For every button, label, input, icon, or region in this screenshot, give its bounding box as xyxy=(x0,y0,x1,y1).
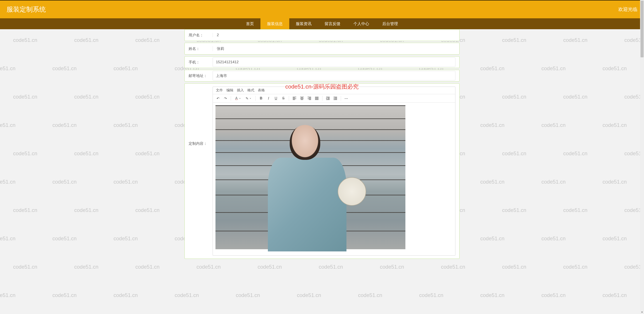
watermark-text: code51.cn xyxy=(542,236,566,242)
menu-table[interactable]: 表格 xyxy=(258,88,265,93)
align-left-icon[interactable] xyxy=(292,95,297,101)
nav-label: 服装资讯 xyxy=(296,21,312,26)
more-icon[interactable]: ⋯ xyxy=(344,95,349,101)
watermark-text: code51.cn xyxy=(13,94,37,100)
menu-file[interactable]: 文件 xyxy=(216,88,223,93)
watermark-text: code51.cn xyxy=(480,122,504,128)
watermark-text: code51.cn xyxy=(502,207,526,213)
label-address: 邮寄地址： xyxy=(188,73,213,78)
toolbar-sep xyxy=(256,96,256,101)
watermark-text: code51.cn xyxy=(135,94,160,100)
watermark-text: code51.cn xyxy=(114,122,138,128)
watermark-text: code51.cn xyxy=(0,179,16,185)
value-username[interactable]: 2 xyxy=(213,33,456,37)
redo-icon[interactable]: ↷ xyxy=(222,95,228,101)
nav-admin[interactable]: 后台管理 xyxy=(376,18,404,29)
menu-insert[interactable]: 插入 xyxy=(237,88,244,93)
image-fan xyxy=(338,177,366,206)
watermark-text: code51.cn xyxy=(236,292,260,298)
menu-format[interactable]: 格式 xyxy=(247,88,254,93)
editor-body[interactable] xyxy=(213,103,455,255)
watermark-text: code51.cn xyxy=(114,179,138,185)
watermark-text: code51.cn xyxy=(602,122,627,128)
watermark-text: code51.cn xyxy=(135,37,160,43)
watermark-text: code51.cn xyxy=(380,264,404,270)
nav-label: 后台管理 xyxy=(382,21,398,26)
nav-bar: 首页 服装信息 服装资讯 留言反馈 个人中心 后台管理 xyxy=(0,18,644,29)
watermark-text: code51.cn xyxy=(602,292,627,298)
watermark-text: code51.cn xyxy=(0,236,16,242)
rich-text-editor: 文件 编辑 插入 格式 表格 ↶ ↷ A ✎ B I U S xyxy=(213,87,456,256)
highlight-icon[interactable]: ✎ xyxy=(244,95,250,101)
align-justify-icon[interactable] xyxy=(314,95,320,101)
nav-profile[interactable]: 个人中心 xyxy=(347,18,376,29)
content-image xyxy=(216,105,406,249)
watermark-text: code51.cn xyxy=(563,264,588,270)
label-content: 定制内容： xyxy=(188,87,213,146)
italic-icon[interactable]: I xyxy=(266,95,271,101)
nav-label: 服装信息 xyxy=(267,21,283,26)
watermark-text: code51.cn xyxy=(358,292,382,298)
watermark-text: code51.cn xyxy=(563,94,588,100)
scroll-thumb[interactable] xyxy=(640,1,644,57)
nav-label: 首页 xyxy=(246,21,254,26)
menu-edit[interactable]: 编辑 xyxy=(226,88,233,93)
watermark-text: code51.cn xyxy=(542,179,566,185)
row-username: 用户名： 2 xyxy=(184,29,460,41)
toolbar-sep xyxy=(289,96,289,101)
input-address[interactable] xyxy=(213,71,456,80)
watermark-text: code51.cn xyxy=(480,292,504,298)
watermark-text: code51.cn xyxy=(135,150,160,157)
watermark-text: code51.cn xyxy=(480,65,504,71)
value-name[interactable]: 张莉 xyxy=(213,46,456,51)
watermark-text: code51.cn xyxy=(74,150,98,157)
undo-icon[interactable]: ↶ xyxy=(215,95,221,101)
watermark-text: code51.cn xyxy=(0,292,16,298)
outdent-icon[interactable] xyxy=(325,95,331,101)
app-title: 服装定制系统 xyxy=(6,5,46,14)
text-color-icon[interactable]: A xyxy=(234,95,239,101)
label-name: 姓名： xyxy=(188,46,213,51)
nav-clothing-info[interactable]: 服装信息 xyxy=(260,18,289,29)
watermark-text: code51.cn xyxy=(319,264,343,270)
watermark-text: code51.cn xyxy=(52,122,77,128)
underline-icon[interactable]: U xyxy=(273,95,279,101)
watermark-text: code51.cn xyxy=(502,94,526,100)
row-phone: 手机： xyxy=(184,56,460,68)
nav-clothing-news[interactable]: 服装资讯 xyxy=(289,18,318,29)
bold-icon[interactable]: B xyxy=(258,95,264,101)
watermark-text: code51.cn xyxy=(542,65,566,71)
indent-icon[interactable] xyxy=(332,95,338,101)
toolbar-sep xyxy=(322,96,322,101)
align-right-icon[interactable] xyxy=(306,95,312,101)
label-phone: 手机： xyxy=(188,60,213,65)
editor-toolbar: ↶ ↷ A ✎ B I U S xyxy=(213,94,455,103)
header-bar: 服装定制系统 欢迎光临 xyxy=(0,0,644,18)
watermark-text: code51.cn xyxy=(563,207,588,213)
form-container: 用户名： 2 姓名： 张莉 手机： 邮寄地址： 定制内容： 文件 编辑 插入 格… xyxy=(184,29,460,259)
watermark-text: code51.cn xyxy=(0,65,16,71)
watermark-text: code51.cn xyxy=(480,236,504,242)
page-scrollbar[interactable]: ▲ ▼ xyxy=(640,0,644,314)
nav-home[interactable]: 首页 xyxy=(240,18,260,29)
scroll-down-icon[interactable]: ▼ xyxy=(640,310,644,314)
watermark-text: code51.cn xyxy=(502,150,526,157)
watermark-text: code51.cn xyxy=(602,236,627,242)
watermark-text: code51.cn xyxy=(135,264,160,270)
watermark-text: code51.cn xyxy=(74,94,98,100)
watermark-text: code51.cn xyxy=(52,236,77,242)
watermark-text: code51.cn xyxy=(74,37,98,43)
nav-feedback[interactable]: 留言反馈 xyxy=(318,18,347,29)
watermark-text: code51.cn xyxy=(258,264,282,270)
align-center-icon[interactable] xyxy=(299,95,305,101)
strike-icon[interactable]: S xyxy=(280,95,286,101)
input-phone[interactable] xyxy=(213,57,456,67)
watermark-text: code51.cn xyxy=(563,37,588,43)
toolbar-sep xyxy=(231,96,231,101)
watermark-text: code51.cn xyxy=(175,292,199,298)
welcome-label: 欢迎光临 xyxy=(618,6,638,13)
watermark-text: code51.cn xyxy=(419,292,444,298)
watermark-text: code51.cn xyxy=(196,264,221,270)
nav-label: 留言反馈 xyxy=(324,21,340,26)
watermark-text: code51.cn xyxy=(542,122,566,128)
